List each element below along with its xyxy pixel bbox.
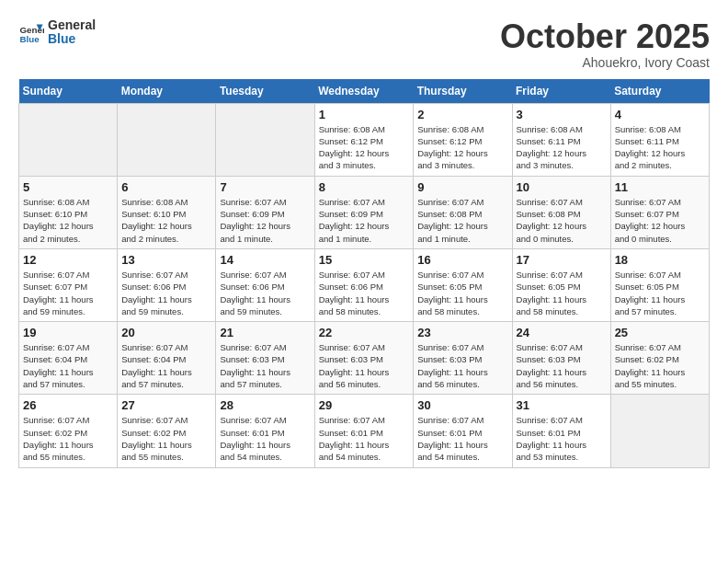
calendar-cell: 27Sunrise: 6:07 AM Sunset: 6:02 PM Dayli… <box>118 395 216 467</box>
header-cell-friday: Friday <box>512 79 610 104</box>
day-info: Sunrise: 6:07 AM Sunset: 6:05 PM Dayligh… <box>417 269 507 317</box>
header-cell-tuesday: Tuesday <box>216 79 314 104</box>
calendar-cell <box>19 103 118 176</box>
calendar-cell: 1Sunrise: 6:08 AM Sunset: 6:12 PM Daylig… <box>314 103 414 176</box>
calendar-cell: 11Sunrise: 6:07 AM Sunset: 6:07 PM Dayli… <box>610 176 709 248</box>
day-number: 23 <box>417 326 507 339</box>
calendar-cell: 16Sunrise: 6:07 AM Sunset: 6:05 PM Dayli… <box>414 248 512 321</box>
day-number: 15 <box>319 253 410 267</box>
day-number: 18 <box>615 253 705 267</box>
calendar-cell: 20Sunrise: 6:07 AM Sunset: 6:04 PM Dayli… <box>118 322 216 395</box>
day-number: 19 <box>23 326 113 339</box>
header-cell-monday: Monday <box>118 79 216 104</box>
calendar-cell: 6Sunrise: 6:08 AM Sunset: 6:10 PM Daylig… <box>118 176 216 248</box>
day-number: 14 <box>220 253 310 267</box>
calendar-header: SundayMondayTuesdayWednesdayThursdayFrid… <box>19 79 710 104</box>
logo: General Blue General Blue <box>18 18 96 47</box>
logo-line2: Blue <box>48 32 96 46</box>
day-number: 25 <box>615 326 705 339</box>
calendar-cell: 24Sunrise: 6:07 AM Sunset: 6:03 PM Dayli… <box>512 322 610 395</box>
day-info: Sunrise: 6:07 AM Sunset: 6:02 PM Dayligh… <box>615 341 705 390</box>
calendar-cell: 10Sunrise: 6:07 AM Sunset: 6:08 PM Dayli… <box>512 176 610 248</box>
day-number: 27 <box>121 398 211 412</box>
day-info: Sunrise: 6:08 AM Sunset: 6:10 PM Dayligh… <box>23 196 113 245</box>
calendar-cell: 26Sunrise: 6:07 AM Sunset: 6:02 PM Dayli… <box>19 395 118 467</box>
day-number: 2 <box>417 108 507 121</box>
day-info: Sunrise: 6:07 AM Sunset: 6:06 PM Dayligh… <box>121 269 211 317</box>
calendar-cell: 12Sunrise: 6:07 AM Sunset: 6:07 PM Dayli… <box>19 248 118 321</box>
calendar-body: 1Sunrise: 6:08 AM Sunset: 6:12 PM Daylig… <box>19 103 710 467</box>
day-info: Sunrise: 6:08 AM Sunset: 6:11 PM Dayligh… <box>615 123 705 172</box>
day-info: Sunrise: 6:07 AM Sunset: 6:01 PM Dayligh… <box>417 414 507 463</box>
day-info: Sunrise: 6:07 AM Sunset: 6:09 PM Dayligh… <box>220 196 310 245</box>
week-row-1: 1Sunrise: 6:08 AM Sunset: 6:12 PM Daylig… <box>19 103 710 176</box>
day-number: 4 <box>615 108 705 121</box>
day-number: 6 <box>121 180 211 194</box>
day-info: Sunrise: 6:07 AM Sunset: 6:09 PM Dayligh… <box>319 196 410 245</box>
logo-icon: General Blue <box>18 19 44 45</box>
day-number: 16 <box>417 253 507 267</box>
header-cell-saturday: Saturday <box>610 79 709 104</box>
calendar-cell: 31Sunrise: 6:07 AM Sunset: 6:01 PM Dayli… <box>512 395 610 467</box>
day-info: Sunrise: 6:07 AM Sunset: 6:04 PM Dayligh… <box>121 341 211 390</box>
week-row-2: 5Sunrise: 6:08 AM Sunset: 6:10 PM Daylig… <box>19 176 710 248</box>
svg-text:Blue: Blue <box>19 35 40 45</box>
calendar-cell: 4Sunrise: 6:08 AM Sunset: 6:11 PM Daylig… <box>610 103 709 176</box>
day-info: Sunrise: 6:07 AM Sunset: 6:07 PM Dayligh… <box>23 269 113 317</box>
day-number: 20 <box>121 326 211 339</box>
day-info: Sunrise: 6:07 AM Sunset: 6:06 PM Dayligh… <box>220 269 310 317</box>
calendar-cell: 30Sunrise: 6:07 AM Sunset: 6:01 PM Dayli… <box>414 395 512 467</box>
day-number: 26 <box>23 398 113 412</box>
day-info: Sunrise: 6:08 AM Sunset: 6:10 PM Dayligh… <box>121 196 211 245</box>
day-number: 21 <box>220 326 310 339</box>
day-info: Sunrise: 6:07 AM Sunset: 6:08 PM Dayligh… <box>417 196 507 245</box>
day-number: 24 <box>517 326 607 339</box>
header-cell-thursday: Thursday <box>414 79 512 104</box>
calendar-cell: 2Sunrise: 6:08 AM Sunset: 6:12 PM Daylig… <box>414 103 512 176</box>
day-number: 12 <box>23 253 113 267</box>
day-number: 22 <box>319 326 410 339</box>
day-number: 1 <box>319 108 410 121</box>
day-number: 10 <box>517 180 607 194</box>
day-number: 31 <box>517 398 607 412</box>
calendar-cell <box>118 103 216 176</box>
day-info: Sunrise: 6:07 AM Sunset: 6:05 PM Dayligh… <box>517 269 607 317</box>
day-info: Sunrise: 6:07 AM Sunset: 6:08 PM Dayligh… <box>517 196 607 245</box>
day-number: 17 <box>517 253 607 267</box>
week-row-5: 26Sunrise: 6:07 AM Sunset: 6:02 PM Dayli… <box>19 395 710 467</box>
title-block: October 2025 Ahouekro, Ivory Coast <box>500 18 710 70</box>
calendar-cell <box>610 395 709 467</box>
calendar-cell: 25Sunrise: 6:07 AM Sunset: 6:02 PM Dayli… <box>610 322 709 395</box>
day-info: Sunrise: 6:07 AM Sunset: 6:01 PM Dayligh… <box>220 414 310 463</box>
calendar-cell: 5Sunrise: 6:08 AM Sunset: 6:10 PM Daylig… <box>19 176 118 248</box>
calendar-cell: 17Sunrise: 6:07 AM Sunset: 6:05 PM Dayli… <box>512 248 610 321</box>
day-number: 13 <box>121 253 211 267</box>
day-number: 5 <box>23 180 113 194</box>
day-info: Sunrise: 6:07 AM Sunset: 6:06 PM Dayligh… <box>319 269 410 317</box>
day-info: Sunrise: 6:07 AM Sunset: 6:02 PM Dayligh… <box>121 414 211 463</box>
calendar-cell: 14Sunrise: 6:07 AM Sunset: 6:06 PM Dayli… <box>216 248 314 321</box>
day-number: 8 <box>319 180 410 194</box>
calendar-cell: 29Sunrise: 6:07 AM Sunset: 6:01 PM Dayli… <box>314 395 414 467</box>
header-cell-sunday: Sunday <box>19 79 118 104</box>
calendar-cell: 9Sunrise: 6:07 AM Sunset: 6:08 PM Daylig… <box>414 176 512 248</box>
day-number: 7 <box>220 180 310 194</box>
day-info: Sunrise: 6:07 AM Sunset: 6:05 PM Dayligh… <box>615 269 705 317</box>
calendar-cell: 13Sunrise: 6:07 AM Sunset: 6:06 PM Dayli… <box>118 248 216 321</box>
day-info: Sunrise: 6:08 AM Sunset: 6:11 PM Dayligh… <box>517 123 607 172</box>
calendar-cell: 21Sunrise: 6:07 AM Sunset: 6:03 PM Dayli… <box>216 322 314 395</box>
week-row-4: 19Sunrise: 6:07 AM Sunset: 6:04 PM Dayli… <box>19 322 710 395</box>
calendar-cell: 7Sunrise: 6:07 AM Sunset: 6:09 PM Daylig… <box>216 176 314 248</box>
header-cell-wednesday: Wednesday <box>314 79 414 104</box>
location-subtitle: Ahouekro, Ivory Coast <box>500 55 710 70</box>
calendar-cell: 28Sunrise: 6:07 AM Sunset: 6:01 PM Dayli… <box>216 395 314 467</box>
day-info: Sunrise: 6:08 AM Sunset: 6:12 PM Dayligh… <box>417 123 507 172</box>
header-row: SundayMondayTuesdayWednesdayThursdayFrid… <box>19 79 710 104</box>
calendar-cell: 19Sunrise: 6:07 AM Sunset: 6:04 PM Dayli… <box>19 322 118 395</box>
day-number: 3 <box>517 108 607 121</box>
day-info: Sunrise: 6:07 AM Sunset: 6:02 PM Dayligh… <box>23 414 113 463</box>
day-info: Sunrise: 6:07 AM Sunset: 6:03 PM Dayligh… <box>319 341 410 390</box>
day-info: Sunrise: 6:07 AM Sunset: 6:03 PM Dayligh… <box>417 341 507 390</box>
day-info: Sunrise: 6:07 AM Sunset: 6:03 PM Dayligh… <box>517 341 607 390</box>
calendar-cell: 8Sunrise: 6:07 AM Sunset: 6:09 PM Daylig… <box>314 176 414 248</box>
